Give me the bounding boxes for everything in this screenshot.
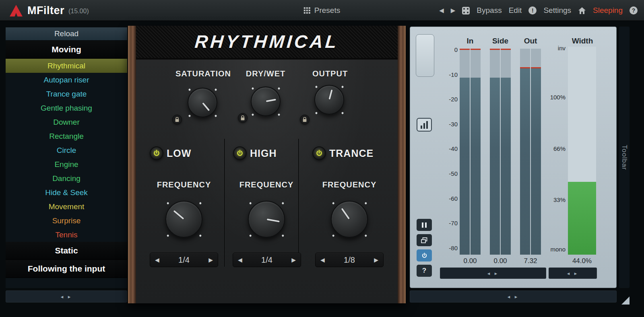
stepper-prev-icon[interactable]: ◀ — [320, 257, 325, 263]
db-scale-label: -20 — [442, 96, 458, 103]
knob-tick-dot — [188, 114, 191, 117]
preset-item-tennis[interactable]: Tennis — [6, 228, 127, 242]
trance-frequency-knob[interactable] — [331, 201, 368, 238]
toolbar-tab[interactable]: Toolbar — [619, 27, 630, 288]
resize-handle[interactable] — [621, 296, 630, 305]
preset-group-moving[interactable]: Moving — [6, 41, 127, 59]
presets-grid-icon — [304, 7, 310, 14]
preset-item-circle[interactable]: Circle — [6, 143, 127, 157]
meter-power-icon[interactable] — [417, 249, 432, 261]
preset-item-movement[interactable]: Movement — [6, 200, 127, 214]
stepper-next-icon[interactable]: ▶ — [291, 257, 296, 263]
out-meter-header: Out — [514, 37, 547, 45]
preset-item-downer[interactable]: Downer — [6, 115, 127, 129]
meter-pause-icon[interactable] — [417, 219, 432, 231]
sidebar-scrollbar[interactable]: ◂ ▸ — [6, 290, 127, 303]
preset-item-gentle-phasing[interactable]: Gentle phasing — [6, 101, 127, 115]
meter-scrollbar-width[interactable]: ◂ ▸ — [549, 268, 597, 279]
low-rate-stepper[interactable]: ◀ 1/4 ▶ — [150, 253, 218, 267]
knob-tick-dot — [166, 202, 169, 204]
low-frequency-knob[interactable] — [165, 201, 202, 238]
sleeping-button[interactable]: Sleeping — [593, 6, 623, 15]
output-lock-icon[interactable] — [300, 115, 310, 124]
high-power-button[interactable] — [233, 146, 247, 160]
side-meter-left — [490, 49, 500, 255]
meter-popup-icon[interactable] — [417, 234, 432, 246]
meter-mode-chart-icon[interactable] — [417, 118, 432, 132]
stepper-next-icon[interactable]: ▶ — [374, 257, 378, 263]
low-power-button[interactable] — [150, 146, 163, 160]
stepper-next-icon[interactable]: ▶ — [208, 257, 213, 263]
high-frequency-knob[interactable] — [248, 201, 285, 238]
trance-rate-value: 1/8 — [344, 255, 355, 265]
preset-item-hide-and-seek[interactable]: Hide & Seek — [6, 185, 127, 200]
knob-tick-dot — [315, 111, 318, 114]
band-divider — [298, 139, 299, 267]
titlebar-actions: ◀ ▶ Bypass Edit ! Settings Sleeping ? — [439, 0, 638, 21]
preset-item-rhythmical[interactable]: Rhythmical — [6, 59, 127, 73]
scrollbar-arrows-icon: ◂ ▸ — [487, 270, 499, 276]
preset-item-autopan-riser[interactable]: Autopan riser — [6, 73, 127, 87]
preset-group-following-the-input[interactable]: Following the input — [6, 260, 127, 278]
drywet-knob[interactable] — [251, 86, 281, 116]
scrollbar-arrows-icon: ◂ ▸ — [508, 294, 519, 300]
high-frequency-label: FREQUENCY — [226, 180, 307, 189]
saturation-knob[interactable] — [188, 88, 217, 117]
wood-panel-left — [128, 26, 136, 303]
peak-marker — [490, 49, 500, 50]
high-band-label: HIGH — [250, 146, 277, 160]
preset-item-trance-gate[interactable]: Trance gate — [6, 87, 127, 101]
meter-fill — [520, 67, 530, 255]
app-version: (15.00) — [68, 6, 89, 15]
edit-button[interactable]: Edit — [509, 6, 522, 15]
output-knob[interactable] — [314, 85, 344, 115]
knob-pointer — [341, 208, 350, 220]
meter-help-icon[interactable]: ? — [417, 265, 432, 277]
preset-item-surprise[interactable]: Surprise — [6, 214, 127, 228]
trance-rate-stepper[interactable]: ◀ 1/8 ▶ — [315, 253, 384, 267]
side-meter-header: Side — [484, 37, 516, 45]
randomize-dice-icon[interactable] — [462, 7, 470, 14]
knob-pointer — [266, 99, 276, 102]
drywet-lock-icon[interactable] — [238, 113, 248, 123]
knob-pointer — [267, 218, 280, 222]
knob-tick-dot — [166, 234, 169, 237]
side-meter-value: 0.00 — [484, 257, 516, 265]
presets-button[interactable]: Presets — [304, 0, 340, 21]
width-scale-label: 33% — [543, 196, 566, 203]
width-meter-value: 44.0% — [566, 257, 598, 265]
bypass-button[interactable]: Bypass — [477, 6, 502, 15]
help-icon[interactable]: ? — [630, 6, 638, 14]
trance-power-button[interactable] — [312, 146, 326, 160]
home-icon[interactable] — [578, 7, 586, 14]
db-scale-label: 0 — [442, 46, 458, 53]
knob-tick-dot — [188, 88, 191, 91]
scrollbar-arrows-icon: ◂ ▸ — [61, 294, 72, 300]
preset-label: Circle — [57, 146, 76, 155]
high-rate-stepper[interactable]: ◀ 1/4 ▶ — [233, 253, 301, 267]
warning-icon[interactable]: ! — [528, 6, 537, 14]
stepper-prev-icon[interactable]: ◀ — [155, 257, 159, 263]
in-meter-right — [471, 49, 481, 255]
presets-label: Presets — [314, 6, 340, 15]
preset-item-dancing[interactable]: Dancing — [6, 171, 127, 185]
meter-range-slider[interactable] — [416, 34, 434, 77]
knob-pointer — [328, 89, 332, 99]
preset-item-engine[interactable]: Engine — [6, 157, 127, 171]
previous-preset-icon[interactable]: ◀ — [439, 7, 444, 14]
next-preset-icon[interactable]: ▶ — [451, 7, 456, 14]
in-meter-value: 0.00 — [454, 257, 486, 265]
settings-button[interactable]: Settings — [543, 6, 571, 15]
preset-group-static[interactable]: Static — [6, 242, 127, 260]
bottom-scrollbar[interactable]: ◂ ▸ — [410, 290, 617, 303]
preset-item-rectangle[interactable]: Rectangle — [6, 129, 127, 143]
stepper-prev-icon[interactable]: ◀ — [238, 257, 242, 263]
reload-button[interactable]: Reload — [6, 27, 127, 41]
out-meter-left — [520, 49, 530, 255]
knob-tick-dot — [332, 202, 334, 204]
melda-logo-icon — [9, 4, 23, 17]
meter-scrollbar-main[interactable]: ◂ ▸ — [440, 268, 546, 279]
saturation-lock-icon[interactable] — [172, 115, 182, 124]
device-header-grille: RHYTHMICAL — [136, 26, 398, 60]
mfilter-window: MFilter (15.00) Presets ◀ ▶ Bypass Edit … — [0, 0, 644, 317]
